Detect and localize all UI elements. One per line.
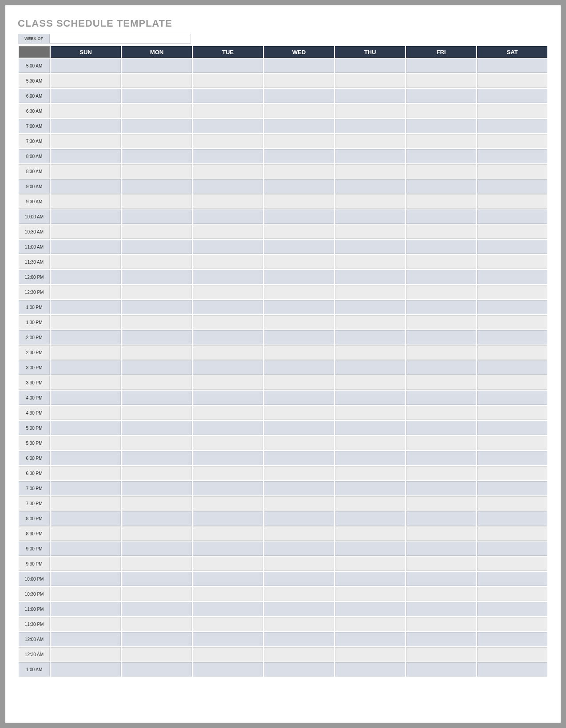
- schedule-cell[interactable]: [193, 496, 263, 510]
- schedule-cell[interactable]: [264, 225, 334, 239]
- schedule-cell[interactable]: [193, 255, 263, 269]
- schedule-cell[interactable]: [122, 421, 192, 435]
- schedule-cell[interactable]: [335, 542, 405, 556]
- schedule-cell[interactable]: [477, 572, 547, 586]
- schedule-cell[interactable]: [51, 330, 121, 344]
- schedule-cell[interactable]: [264, 376, 334, 390]
- schedule-cell[interactable]: [477, 542, 547, 556]
- schedule-cell[interactable]: [335, 496, 405, 510]
- schedule-cell[interactable]: [122, 210, 192, 224]
- schedule-cell[interactable]: [477, 134, 547, 148]
- schedule-cell[interactable]: [122, 330, 192, 344]
- schedule-cell[interactable]: [51, 225, 121, 239]
- schedule-cell[interactable]: [122, 662, 192, 677]
- schedule-cell[interactable]: [335, 421, 405, 435]
- schedule-cell[interactable]: [193, 89, 263, 103]
- schedule-cell[interactable]: [51, 647, 121, 661]
- schedule-cell[interactable]: [193, 572, 263, 586]
- schedule-cell[interactable]: [406, 255, 476, 269]
- schedule-cell[interactable]: [335, 436, 405, 450]
- schedule-cell[interactable]: [122, 270, 192, 284]
- schedule-cell[interactable]: [193, 104, 263, 118]
- schedule-cell[interactable]: [122, 300, 192, 314]
- schedule-cell[interactable]: [264, 436, 334, 450]
- schedule-cell[interactable]: [122, 647, 192, 661]
- schedule-cell[interactable]: [193, 225, 263, 239]
- schedule-cell[interactable]: [51, 240, 121, 254]
- schedule-cell[interactable]: [51, 210, 121, 224]
- schedule-cell[interactable]: [335, 164, 405, 178]
- schedule-cell[interactable]: [264, 406, 334, 420]
- schedule-cell[interactable]: [51, 496, 121, 510]
- schedule-cell[interactable]: [335, 632, 405, 646]
- schedule-cell[interactable]: [477, 315, 547, 329]
- schedule-cell[interactable]: [122, 542, 192, 556]
- schedule-cell[interactable]: [51, 602, 121, 616]
- schedule-cell[interactable]: [335, 210, 405, 224]
- schedule-cell[interactable]: [477, 526, 547, 541]
- schedule-cell[interactable]: [193, 451, 263, 465]
- schedule-cell[interactable]: [122, 255, 192, 269]
- schedule-cell[interactable]: [264, 451, 334, 465]
- schedule-cell[interactable]: [264, 270, 334, 284]
- schedule-cell[interactable]: [335, 74, 405, 88]
- schedule-cell[interactable]: [264, 572, 334, 586]
- schedule-cell[interactable]: [335, 391, 405, 405]
- schedule-cell[interactable]: [477, 270, 547, 284]
- schedule-cell[interactable]: [477, 345, 547, 360]
- schedule-cell[interactable]: [406, 406, 476, 420]
- schedule-cell[interactable]: [264, 345, 334, 360]
- schedule-cell[interactable]: [477, 89, 547, 103]
- schedule-cell[interactable]: [51, 315, 121, 329]
- schedule-cell[interactable]: [51, 542, 121, 556]
- schedule-cell[interactable]: [477, 587, 547, 601]
- schedule-cell[interactable]: [51, 89, 121, 103]
- schedule-cell[interactable]: [406, 587, 476, 601]
- schedule-cell[interactable]: [406, 451, 476, 465]
- schedule-cell[interactable]: [335, 511, 405, 526]
- schedule-cell[interactable]: [335, 526, 405, 541]
- schedule-cell[interactable]: [51, 360, 121, 375]
- week-of-input[interactable]: [50, 34, 191, 44]
- schedule-cell[interactable]: [264, 360, 334, 375]
- schedule-cell[interactable]: [193, 376, 263, 390]
- schedule-cell[interactable]: [51, 164, 121, 178]
- schedule-cell[interactable]: [477, 466, 547, 480]
- schedule-cell[interactable]: [264, 391, 334, 405]
- schedule-cell[interactable]: [406, 360, 476, 375]
- schedule-cell[interactable]: [264, 134, 334, 148]
- schedule-cell[interactable]: [122, 89, 192, 103]
- schedule-cell[interactable]: [51, 59, 121, 73]
- schedule-cell[interactable]: [477, 210, 547, 224]
- schedule-cell[interactable]: [406, 632, 476, 646]
- schedule-cell[interactable]: [477, 451, 547, 465]
- schedule-cell[interactable]: [335, 225, 405, 239]
- schedule-cell[interactable]: [264, 89, 334, 103]
- schedule-cell[interactable]: [264, 104, 334, 118]
- schedule-cell[interactable]: [193, 300, 263, 314]
- schedule-cell[interactable]: [406, 315, 476, 329]
- schedule-cell[interactable]: [335, 360, 405, 375]
- schedule-cell[interactable]: [477, 179, 547, 194]
- schedule-cell[interactable]: [264, 526, 334, 541]
- schedule-cell[interactable]: [122, 466, 192, 480]
- schedule-cell[interactable]: [193, 360, 263, 375]
- schedule-cell[interactable]: [406, 104, 476, 118]
- schedule-cell[interactable]: [122, 436, 192, 450]
- schedule-cell[interactable]: [335, 345, 405, 360]
- schedule-cell[interactable]: [122, 617, 192, 631]
- schedule-cell[interactable]: [193, 149, 263, 163]
- schedule-cell[interactable]: [51, 391, 121, 405]
- schedule-cell[interactable]: [122, 104, 192, 118]
- schedule-cell[interactable]: [264, 119, 334, 133]
- schedule-cell[interactable]: [335, 89, 405, 103]
- schedule-cell[interactable]: [406, 511, 476, 526]
- schedule-cell[interactable]: [193, 436, 263, 450]
- schedule-cell[interactable]: [264, 74, 334, 88]
- schedule-cell[interactable]: [122, 225, 192, 239]
- schedule-cell[interactable]: [122, 149, 192, 163]
- schedule-cell[interactable]: [406, 436, 476, 450]
- schedule-cell[interactable]: [477, 300, 547, 314]
- schedule-cell[interactable]: [406, 542, 476, 556]
- schedule-cell[interactable]: [477, 330, 547, 344]
